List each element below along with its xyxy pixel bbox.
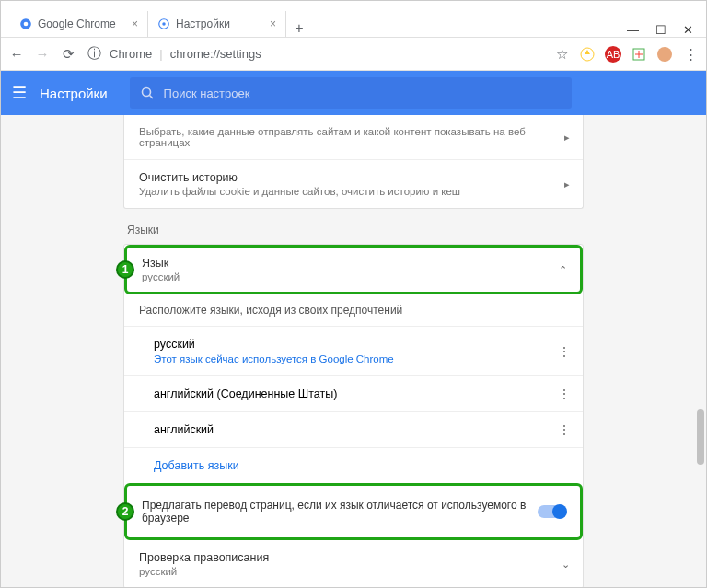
languages-card: 1 Язык русский ⌃ Расположите языки, исхо…: [123, 244, 584, 588]
minimize-button[interactable]: —: [627, 23, 639, 37]
add-language-link[interactable]: Добавить языки: [124, 448, 583, 483]
highlight-2: 2 Предлагать перевод страниц, если их яз…: [124, 483, 583, 540]
maximize-button[interactable]: ☐: [655, 23, 666, 37]
page-title: Настройки: [40, 86, 108, 101]
search-input[interactable]: [164, 86, 561, 100]
annotation-badge-2: 2: [116, 502, 134, 521]
browser-tabs: Google Chrome × Настройки × + — ☐ ✕: [1, 8, 706, 38]
menu-icon[interactable]: ⋮: [682, 46, 699, 63]
profile-avatar[interactable]: [656, 46, 673, 63]
toggle-switch[interactable]: [538, 505, 565, 518]
highlight-1: 1 Язык русский ⌃: [124, 245, 583, 294]
language-item-english[interactable]: английский ⋮: [124, 412, 583, 448]
clear-history-row[interactable]: Очистить историю Удалить файлы cookie и …: [124, 160, 583, 208]
chevron-right-icon: ▸: [564, 179, 570, 190]
svg-point-3: [162, 22, 166, 26]
tab-label: Настройки: [176, 17, 230, 30]
svg-line-8: [149, 95, 153, 98]
addr-url: chrome://settings: [170, 47, 261, 61]
extension-icon[interactable]: [631, 46, 647, 63]
more-icon[interactable]: ⋮: [558, 344, 570, 359]
more-icon[interactable]: ⋮: [558, 422, 570, 437]
settings-content: Выбрать, какие данные отправлять сайтам …: [1, 115, 706, 588]
yandex-icon[interactable]: [579, 46, 596, 63]
close-window-button[interactable]: ✕: [683, 23, 693, 37]
adblock-icon[interactable]: AB: [605, 46, 621, 63]
forward-button[interactable]: →: [34, 46, 51, 62]
back-button[interactable]: ←: [8, 46, 25, 62]
chevron-right-icon: ▸: [564, 132, 570, 144]
svg-point-6: [657, 47, 672, 62]
addr-origin: Chrome: [110, 47, 152, 61]
info-icon: ⓘ: [86, 45, 102, 63]
svg-point-7: [142, 87, 150, 96]
new-tab-button[interactable]: +: [286, 20, 312, 37]
more-icon[interactable]: ⋮: [558, 386, 570, 401]
language-item-russian[interactable]: русский Этот язык сейчас используется в …: [124, 327, 583, 376]
chevron-down-icon: ⌄: [562, 559, 570, 571]
address-bar-row: ← → ⟳ ⓘ Chrome | chrome://settings ☆ AB …: [1, 38, 706, 71]
reload-button[interactable]: ⟳: [60, 46, 76, 63]
search-icon: [141, 86, 155, 100]
tab-chrome[interactable]: Google Chrome ×: [10, 11, 148, 37]
content-settings-row[interactable]: Выбрать, какие данные отправлять сайтам …: [124, 115, 583, 160]
gear-icon: [157, 17, 170, 30]
language-item-en-us[interactable]: английский (Соединенные Штаты) ⋮: [124, 376, 583, 412]
settings-search[interactable]: [130, 77, 572, 109]
tab-label: Google Chrome: [38, 17, 116, 30]
language-order-instruction: Расположите языки, исходя из своих предп…: [124, 294, 583, 327]
language-expand-row[interactable]: Язык русский ⌃: [127, 248, 580, 292]
settings-header: ☰ Настройки: [1, 71, 706, 115]
scrollbar-thumb[interactable]: [697, 409, 704, 465]
chevron-up-icon: ⌃: [559, 264, 567, 276]
hamburger-icon[interactable]: ☰: [12, 83, 27, 103]
languages-section-label: Языки: [127, 224, 584, 236]
close-icon[interactable]: ×: [270, 17, 276, 30]
svg-point-1: [24, 22, 29, 27]
annotation-badge-1: 1: [116, 260, 134, 279]
close-icon[interactable]: ×: [132, 17, 138, 30]
spellcheck-expand-row[interactable]: Проверка правописания русский ⌄: [124, 540, 583, 588]
tab-settings[interactable]: Настройки ×: [148, 11, 286, 37]
offer-translate-row[interactable]: Предлагать перевод страниц, если их язык…: [127, 486, 580, 537]
chrome-logo-icon: [19, 17, 32, 30]
bookmark-star-icon[interactable]: ☆: [553, 46, 570, 63]
address-bar[interactable]: ⓘ Chrome | chrome://settings: [86, 45, 544, 63]
